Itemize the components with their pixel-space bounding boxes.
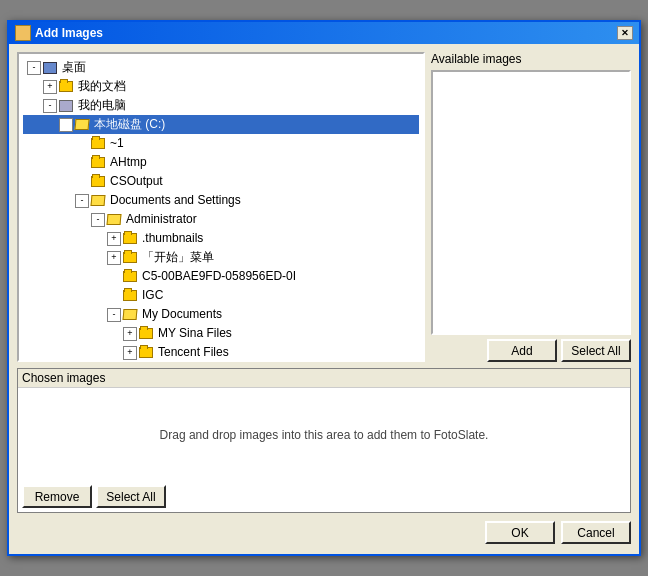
- top-section: - 桌面 + 我的文档: [17, 52, 631, 362]
- tree-label-mysinafiles: MY Sina Files: [158, 325, 232, 342]
- available-images-buttons: Add Select All: [431, 339, 631, 362]
- available-images-panel: Available images Add Select All: [431, 52, 631, 362]
- expand-ph-ahtmp: [75, 156, 89, 170]
- expand-mydocuments[interactable]: -: [107, 308, 121, 322]
- tilde1-icon: [91, 137, 107, 151]
- title-bar-buttons: ✕: [617, 26, 633, 40]
- chosen-images-content: Drag and drop images into this area to a…: [18, 388, 630, 481]
- chosen-images-section: Chosen images Drag and drop images into …: [17, 368, 631, 513]
- tree-item-tencentfiles[interactable]: + Tencent Files: [23, 343, 419, 360]
- csoutput-icon: [91, 175, 107, 189]
- tree-item-administrator[interactable]: - Administrator: [23, 210, 419, 229]
- add-images-dialog: Add Images ✕ - 桌面: [7, 20, 641, 556]
- chosen-buttons: Remove Select All: [18, 481, 630, 512]
- available-images-box[interactable]: [431, 70, 631, 335]
- mydocuments-icon: [123, 308, 139, 322]
- tree-label-thumbnails: .thumbnails: [142, 230, 203, 247]
- tree-label-tilde1: ~1: [110, 135, 124, 152]
- available-select-all-button[interactable]: Select All: [561, 339, 631, 362]
- expand-thumbnails[interactable]: +: [107, 232, 121, 246]
- tree-label-igc: IGC: [142, 287, 163, 304]
- tree-label-mydocs: 我的文档: [78, 78, 126, 95]
- tree-label-startmenu: 「开始」菜单: [142, 249, 214, 266]
- remove-button[interactable]: Remove: [22, 485, 92, 508]
- expand-ph-csoutput: [75, 175, 89, 189]
- expand-desktop[interactable]: -: [27, 61, 41, 75]
- mysinafiles-icon: [139, 327, 155, 341]
- ok-button[interactable]: OK: [485, 521, 555, 544]
- bottom-buttons: OK Cancel: [17, 519, 631, 546]
- expand-ph-c5file: [107, 270, 121, 284]
- expand-tencentfiles[interactable]: +: [123, 346, 137, 360]
- tree-label-docsettings: Documents and Settings: [110, 192, 241, 209]
- expand-administrator[interactable]: -: [91, 213, 105, 227]
- tree-label-ahtmp: AHtmp: [110, 154, 147, 171]
- expand-ph-tilde1: [75, 137, 89, 151]
- expand-mysinafiles[interactable]: +: [123, 327, 137, 341]
- add-button[interactable]: Add: [487, 339, 557, 362]
- close-button[interactable]: ✕: [617, 26, 633, 40]
- expand-mydocs[interactable]: +: [43, 80, 57, 94]
- tree-label-mycomputer: 我的电脑: [78, 97, 126, 114]
- administrator-icon: [107, 213, 123, 227]
- tree-item-thumbnails[interactable]: + .thumbnails: [23, 229, 419, 248]
- docsettings-icon: [91, 194, 107, 208]
- thumbnails-icon: [123, 232, 139, 246]
- chosen-images-label: Chosen images: [18, 369, 630, 388]
- tree-label-tencentfiles: Tencent Files: [158, 344, 229, 360]
- tree-item-startmenu[interactable]: + 「开始」菜单: [23, 248, 419, 267]
- expand-docsettings[interactable]: -: [75, 194, 89, 208]
- tencentfiles-icon: [139, 346, 155, 360]
- expand-mycomputer[interactable]: -: [43, 99, 57, 113]
- mycomputer-icon: [59, 99, 75, 113]
- tree-item-localc[interactable]: - 本地磁盘 (C:): [23, 115, 419, 134]
- tree-item-igc[interactable]: IGC: [23, 286, 419, 305]
- available-images-label: Available images: [431, 52, 631, 66]
- title-bar-left: Add Images: [15, 25, 103, 41]
- chosen-drag-text: Drag and drop images into this area to a…: [160, 428, 489, 442]
- tree-label-localc: 本地磁盘 (C:): [94, 116, 165, 133]
- tree-scroll[interactable]: - 桌面 + 我的文档: [19, 54, 423, 360]
- tree-label-administrator: Administrator: [126, 211, 197, 228]
- localc-icon: [75, 118, 91, 132]
- tree-label-c5file: C5-00BAE9FD-058956ED-0I: [142, 268, 296, 285]
- expand-startmenu[interactable]: +: [107, 251, 121, 265]
- tree-item-csoutput[interactable]: CSOutput: [23, 172, 419, 191]
- c5file-icon: [123, 270, 139, 284]
- tree-item-mydocs[interactable]: + 我的文档: [23, 77, 419, 96]
- tree-item-desktop[interactable]: - 桌面: [23, 58, 419, 77]
- dialog-title: Add Images: [35, 26, 103, 40]
- title-bar: Add Images ✕: [9, 22, 639, 44]
- tree-item-ahtmp[interactable]: AHtmp: [23, 153, 419, 172]
- tree-item-mydocuments[interactable]: - My Documents: [23, 305, 419, 324]
- tree-item-docsettings[interactable]: - Documents and Settings: [23, 191, 419, 210]
- mydocs-folder-icon: [59, 80, 75, 94]
- tree-item-mysinafiles[interactable]: + MY Sina Files: [23, 324, 419, 343]
- expand-ph-igc: [107, 289, 121, 303]
- chosen-select-all-button[interactable]: Select All: [96, 485, 166, 508]
- tree-item-tilde1[interactable]: ~1: [23, 134, 419, 153]
- dialog-body: - 桌面 + 我的文档: [9, 44, 639, 554]
- tree-label-csoutput: CSOutput: [110, 173, 163, 190]
- ahtmp-icon: [91, 156, 107, 170]
- expand-localc[interactable]: -: [59, 118, 73, 132]
- file-tree: - 桌面 + 我的文档: [19, 54, 423, 360]
- tree-item-mycomputer[interactable]: - 我的电脑: [23, 96, 419, 115]
- tree-item-c5file[interactable]: C5-00BAE9FD-058956ED-0I: [23, 267, 419, 286]
- tree-label-mydocuments: My Documents: [142, 306, 222, 323]
- cancel-button[interactable]: Cancel: [561, 521, 631, 544]
- file-tree-panel[interactable]: - 桌面 + 我的文档: [17, 52, 425, 362]
- igc-icon: [123, 289, 139, 303]
- dialog-icon: [15, 25, 31, 41]
- startmenu-icon: [123, 251, 139, 265]
- desktop-folder-icon: [43, 61, 59, 75]
- tree-label-desktop: 桌面: [62, 59, 86, 76]
